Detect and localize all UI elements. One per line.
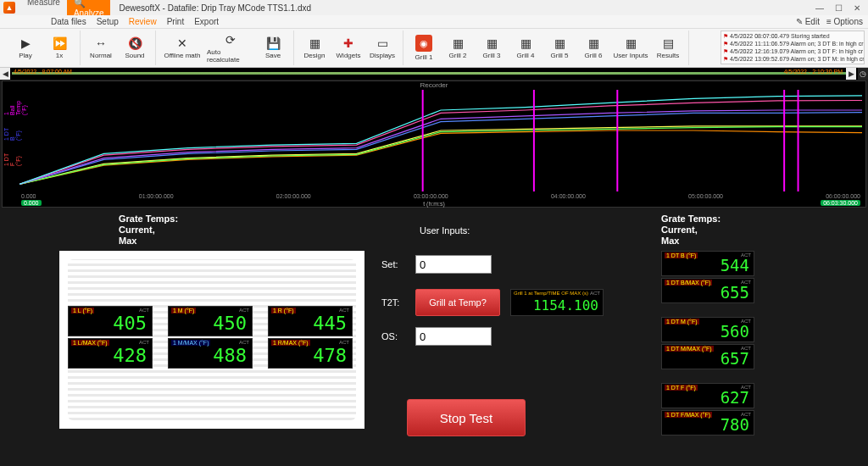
normal-button[interactable]: ↔Normal <box>86 36 116 59</box>
os-input[interactable] <box>415 327 492 346</box>
grill4-icon: ▦ <box>520 36 531 50</box>
flag-icon: ⚑ <box>723 33 728 39</box>
grill1-button[interactable]: ◉Grill 1 <box>409 35 439 61</box>
x-tick: 02:00:00.000 <box>276 193 311 207</box>
displays-icon: ▭ <box>377 36 388 50</box>
design-button[interactable]: ▦Design <box>299 36 330 59</box>
options-button[interactable]: ≡ Options <box>826 17 863 26</box>
flag-icon: ⚑ <box>723 56 728 62</box>
close-icon[interactable]: ✕ <box>849 2 865 14</box>
recalc-icon: ⟳ <box>225 33 236 47</box>
menu-review[interactable]: Review <box>129 17 157 26</box>
timeline-start-label: 4/5/2022 - 8:07:00 AM <box>14 69 72 75</box>
app-logo-icon: ▲ <box>3 2 15 14</box>
widgets-button[interactable]: ✚Widgets <box>333 36 364 59</box>
t2t-value: 1154.100 <box>533 297 598 313</box>
play-icon: ▶ <box>21 36 31 50</box>
grill4-button[interactable]: ▦Grill 4 <box>510 36 541 59</box>
userinputs-icon: ▦ <box>626 36 637 50</box>
mode-icon: ↔ <box>95 36 107 50</box>
dashboard: Grate Temps: Current, Max 1 L (°F)ACT405… <box>0 208 868 466</box>
gauge-label: 1 M/MAX (°F) <box>171 340 210 346</box>
play-button[interactable]: ▶Play <box>10 36 41 59</box>
grate-gauge: 1 L/MAX (°F)ACT428 <box>68 338 153 369</box>
gauge-label: 1 R (°F) <box>271 308 296 313</box>
speed-button[interactable]: ⏩1x <box>44 36 75 59</box>
edit-button[interactable]: ✎ Edit <box>796 17 820 26</box>
time-end-pill: 06:03:30.000 <box>821 200 860 206</box>
dt-gauge: 1 DT F/MAX (°F)ACT780 <box>661 410 754 435</box>
save-icon: 💾 <box>266 36 281 50</box>
y-axis: 1 DT F (°F)1 DT B (°F)1 Ball Temp (°F) <box>3 90 18 191</box>
gauge-label: 1 L (°F) <box>71 308 94 313</box>
recorder-chart[interactable]: Recorder 1 DT F (°F)1 DT B (°F)1 Ball Te… <box>2 80 866 208</box>
grill3-icon: ▦ <box>487 36 498 50</box>
user-inputs-button[interactable]: ▦User Inputs <box>612 36 649 59</box>
gauge-label: 1 DT M/MAX (°F) <box>665 346 714 352</box>
timeline-clock-icon[interactable]: ◷ <box>858 68 868 80</box>
timeline-strip[interactable]: ◀ 4/5/2022 - 8:07:00 AM 4/5/2022 - 2:10:… <box>0 68 868 80</box>
y-axis-label: 1 DT B (°F) <box>3 126 21 141</box>
x-axis-title: t (h:m:s) <box>423 201 445 207</box>
design-icon: ▦ <box>309 36 320 50</box>
log-row: ⚑4/5/2022 11:11:06.579 Alarm on; 3 DT B:… <box>723 40 862 47</box>
set-input[interactable] <box>415 255 492 274</box>
window-title: DewesoftX - Datafile: Drip Tray MCode TT… <box>119 3 311 13</box>
grill5-button[interactable]: ▦Grill 5 <box>544 36 575 59</box>
grill5-icon: ▦ <box>554 36 565 50</box>
gauge-label: 1 L/MAX (°F) <box>71 340 109 346</box>
speed-icon: ⏩ <box>53 36 67 50</box>
grill3-button[interactable]: ▦Grill 3 <box>476 36 507 59</box>
timeline-right-button[interactable]: ▶ <box>846 68 856 80</box>
grate-gauge: 1 L (°F)ACT405 <box>68 306 153 336</box>
minimize-icon[interactable]: — <box>812 2 827 14</box>
stop-test-button[interactable]: Stop Test <box>407 399 526 436</box>
results-button[interactable]: ▤Results <box>653 36 683 59</box>
results-icon: ▤ <box>663 36 674 50</box>
timeline-end-label: 4/5/2022 - 2:10:30 PM <box>784 69 843 75</box>
user-inputs-title: User Inputs: <box>420 225 470 236</box>
menu-setup[interactable]: Setup <box>97 17 119 26</box>
gauge-value: 428 <box>113 345 147 366</box>
dt-gauge: 1 DT B/MAX (°F)ACT655 <box>661 278 754 303</box>
ribbon: ▶Play ⏩1x ↔Normal 🔇Sound ✕Offline math ⟳… <box>0 29 868 68</box>
grill6-icon: ▦ <box>588 36 599 50</box>
timeline-left-button[interactable]: ◀ <box>0 68 10 80</box>
grate-gauge: 1 M/MAX (°F)ACT488 <box>168 338 253 369</box>
grate-gauge: 1 R (°F)ACT445 <box>268 306 353 336</box>
sound-button[interactable]: 🔇Sound <box>120 36 150 59</box>
menubar: Data files Setup Review Print Export ✎ E… <box>0 15 868 29</box>
t2t-readout-label: Grill 1 at Temp/TIME OF MAX (s) <box>514 291 588 296</box>
log-row: ⚑4/5/2022 13:09:52.679 Alarm on; 3 DT M:… <box>723 55 862 63</box>
grill1-icon: ◉ <box>415 35 432 52</box>
maximize-icon[interactable]: ☐ <box>831 2 846 14</box>
grate-gauge: 1 R/MAX (°F)ACT478 <box>268 338 353 369</box>
grate-gauge: 1 M (°F)ACT450 <box>168 306 253 336</box>
time-start-pill: 0.000 <box>21 200 42 206</box>
grill-at-temp-button[interactable]: Grill at Temp? <box>415 289 500 316</box>
auto-recalc-button[interactable]: ⟳Auto recalculate <box>207 33 254 64</box>
os-label: OS: <box>381 331 405 341</box>
menu-print[interactable]: Print <box>167 17 185 26</box>
flag-icon: ⚑ <box>723 48 728 54</box>
gauge-value: 780 <box>721 415 749 434</box>
offline-math-button[interactable]: ✕Offline math <box>161 36 203 59</box>
menu-datafiles[interactable]: Data files <box>51 17 86 26</box>
menu-export[interactable]: Export <box>194 17 219 26</box>
gauge-label: 1 DT F (°F) <box>665 385 698 391</box>
save-button[interactable]: 💾Save <box>258 36 288 59</box>
math-icon: ✕ <box>177 36 187 50</box>
grill6-button[interactable]: ▦Grill 6 <box>578 36 609 59</box>
event-log[interactable]: ⚑4/5/2022 08:07:00.479 Storing started ⚑… <box>721 31 865 64</box>
grill2-button[interactable]: ▦Grill 2 <box>442 36 473 59</box>
x-tick: 05:00:00.000 <box>688 193 723 207</box>
grate-panel-title: Grate Temps: Current, Max <box>119 214 178 247</box>
dt-gauge: 1 DT M/MAX (°F)ACT657 <box>661 344 754 369</box>
displays-button[interactable]: ▭Displays <box>367 36 398 59</box>
log-row: ⚑4/5/2022 12:16:19.079 Alarm on; 3 DT F:… <box>723 47 862 55</box>
set-label: Set: <box>381 259 405 269</box>
x-tick: 04:00:00.000 <box>551 193 586 207</box>
dt-gauge: 1 DT M (°F)ACT560 <box>661 317 754 342</box>
chart-plot-area[interactable] <box>19 90 862 191</box>
gauge-value: 405 <box>113 313 147 334</box>
